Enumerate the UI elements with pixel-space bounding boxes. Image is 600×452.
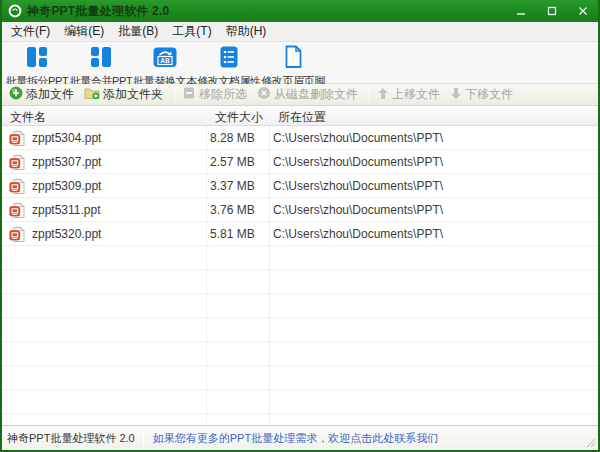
move-down-button[interactable]: 下移文件 [447, 85, 520, 105]
file-path-cell: C:\Users\zhou\Documents\PPT\ [264, 203, 598, 217]
remove-selected-label: 移除所选 [199, 86, 247, 103]
replace-text-button[interactable]: AB 批量替换文本 [133, 42, 197, 83]
column-header-filesize[interactable]: 文件大小 [215, 109, 263, 126]
ppt-file-icon [9, 226, 26, 243]
table-row[interactable]: zppt5307.ppt 2.57 MB C:\Users\zhou\Docum… [2, 150, 598, 174]
svg-text:AB: AB [160, 57, 170, 64]
file-size-cell: 3.37 MB [201, 179, 264, 193]
actionbar-separator [369, 87, 370, 103]
delete-from-disk-icon [257, 86, 274, 103]
table-row[interactable]: zppt5304.ppt 8.28 MB C:\Users\zhou\Docum… [2, 126, 598, 150]
action-bar: 添加文件 添加文件夹 移除所选 [2, 84, 598, 106]
column-header-location[interactable]: 所在位置 [278, 109, 326, 126]
menu-help[interactable]: 帮助(H) [219, 21, 274, 42]
menu-file[interactable]: 文件(F) [4, 21, 57, 42]
main-toolbar: 批量拆分PPT 批量合并PPT AB [2, 42, 598, 84]
menu-batch[interactable]: 批量(B) [111, 21, 165, 42]
remove-selected-icon [182, 86, 199, 103]
column-divider[interactable] [206, 108, 207, 123]
add-folder-icon [84, 86, 103, 103]
resize-grip-handle[interactable] [583, 435, 597, 449]
file-path-cell: C:\Users\zhou\Documents\PPT\ [264, 179, 598, 193]
maximize-button[interactable] [536, 0, 567, 22]
contact-us-link[interactable]: 如果您有更多的PPT批量处理需求，欢迎点击此处联系我们 [144, 431, 438, 446]
file-size-cell: 2.57 MB [201, 155, 264, 169]
remove-selected-button[interactable]: 移除所选 [179, 85, 254, 105]
close-button[interactable] [567, 0, 598, 22]
column-header-filename[interactable]: 文件名 [10, 109, 46, 126]
menu-tools[interactable]: 工具(T) [165, 21, 218, 42]
table-row[interactable]: zppt5311.ppt 3.76 MB C:\Users\zhou\Docum… [2, 198, 598, 222]
header-footer-icon [280, 44, 306, 74]
app-logo-icon [8, 4, 22, 18]
actionbar-separator [174, 87, 175, 103]
menubar: 文件(F) 编辑(E) 批量(B) 工具(T) 帮助(H) [2, 22, 598, 42]
add-folder-label: 添加文件夹 [103, 86, 163, 103]
merge-ppt-icon [88, 44, 114, 74]
file-size-cell: 5.81 MB [201, 227, 264, 241]
file-name-cell: zppt5320.ppt [32, 227, 201, 241]
file-name-cell: zppt5309.ppt [32, 179, 201, 193]
ppt-file-icon [9, 202, 26, 219]
doc-properties-button[interactable]: 修改文档属性 [197, 42, 261, 83]
column-divider[interactable] [269, 108, 270, 123]
move-down-icon [450, 87, 465, 103]
table-row[interactable]: zppt5320.ppt 5.81 MB C:\Users\zhou\Docum… [2, 222, 598, 246]
replace-text-icon: AB [152, 44, 178, 74]
delete-from-disk-button[interactable]: 从磁盘删除文件 [254, 85, 365, 105]
file-path-cell: C:\Users\zhou\Documents\PPT\ [264, 131, 598, 145]
table-row[interactable]: zppt5309.ppt 3.37 MB C:\Users\zhou\Docum… [2, 174, 598, 198]
move-up-label: 上移文件 [392, 86, 440, 103]
file-path-cell: C:\Users\zhou\Documents\PPT\ [264, 155, 598, 169]
file-table-body: zppt5304.ppt 8.28 MB C:\Users\zhou\Docum… [2, 126, 598, 425]
window-controls [505, 0, 598, 22]
file-name-cell: zppt5307.ppt [32, 155, 201, 169]
statusbar-app-name: 神奇PPT批量处理软件 2.0 [2, 431, 143, 446]
statusbar: 神奇PPT批量处理软件 2.0 如果您有更多的PPT批量处理需求，欢迎点击此处联… [2, 425, 598, 450]
delete-from-disk-label: 从磁盘删除文件 [274, 86, 358, 103]
minimize-button[interactable] [505, 0, 536, 22]
move-up-icon [377, 87, 392, 103]
menu-edit[interactable]: 编辑(E) [57, 21, 111, 42]
file-name-cell: zppt5311.ppt [32, 203, 201, 217]
add-folder-button[interactable]: 添加文件夹 [81, 85, 170, 105]
app-window: 神奇PPT批量处理软件 2.0 文件(F) 编辑(E) 批量(B) 工具(T) … [0, 0, 600, 452]
add-file-label: 添加文件 [26, 86, 74, 103]
window-title: 神奇PPT批量处理软件 2.0 [27, 3, 169, 20]
split-ppt-button[interactable]: 批量拆分PPT [5, 42, 69, 83]
file-table-header: 文件名 文件大小 所在位置 [2, 106, 598, 126]
header-footer-button[interactable]: 修改页眉页脚 [261, 42, 325, 83]
ppt-file-icon [9, 154, 26, 171]
add-file-icon [9, 86, 26, 103]
move-up-button[interactable]: 上移文件 [374, 85, 447, 105]
file-size-cell: 8.28 MB [201, 131, 264, 145]
file-path-cell: C:\Users\zhou\Documents\PPT\ [264, 227, 598, 241]
split-ppt-icon [24, 44, 50, 74]
merge-ppt-button[interactable]: 批量合并PPT [69, 42, 133, 83]
file-size-cell: 3.76 MB [201, 203, 264, 217]
doc-properties-icon [216, 44, 242, 74]
titlebar[interactable]: 神奇PPT批量处理软件 2.0 [2, 0, 598, 22]
move-down-label: 下移文件 [465, 86, 513, 103]
ppt-file-icon [9, 130, 26, 147]
ppt-file-icon [9, 178, 26, 195]
add-file-button[interactable]: 添加文件 [6, 85, 81, 105]
file-name-cell: zppt5304.ppt [32, 131, 201, 145]
